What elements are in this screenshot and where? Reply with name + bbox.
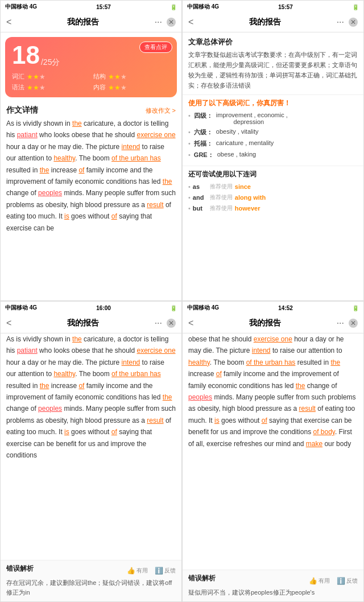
close-button-1[interactable]: ✕ — [167, 18, 176, 27]
words-0: improvement , economic , depression — [216, 112, 288, 125]
panel3-content: As is vividly shown in the caricature, a… — [1, 333, 181, 601]
time-2: 15:57 — [278, 4, 293, 10]
thumbs-up-icon-3: 👍 — [127, 567, 135, 575]
menu-dots-4[interactable]: ··· — [337, 318, 344, 328]
content-label: 内容 — [93, 83, 106, 92]
p3-peoples: peoples — [38, 405, 62, 413]
battery-1: 🔋 — [170, 4, 177, 10]
p3-the-1: the — [72, 335, 82, 343]
vocab-header: 使用了以下高级词汇，你真厉害！ — [188, 98, 358, 108]
level-1: 六级： — [194, 128, 213, 137]
error-actions-4: 👍有用 ℹ️反馈 — [309, 577, 358, 585]
p3-of2: of — [111, 428, 117, 436]
error-analysis-4: 错误解析 👍有用 ℹ️反馈 疑似用词不当，建议将peoples修正为people… — [183, 570, 363, 601]
conn-bullet-0: • — [188, 183, 191, 190]
p3-is: is — [64, 428, 69, 436]
menu-dots-1[interactable]: ··· — [155, 17, 162, 27]
edit-essay-button[interactable]: 修改作文 > — [146, 106, 176, 115]
vocab-label: 词汇 — [12, 72, 24, 81]
back-button-2[interactable]: < — [188, 17, 193, 27]
conn-suggest-1: along with — [235, 194, 266, 201]
nav-right-4: ··· ✕ — [337, 318, 358, 328]
conn-label-0: 推荐使用 — [210, 183, 233, 191]
carrier-4: 中国移动 4G — [187, 304, 219, 312]
helpful-btn-4[interactable]: 👍有用 — [309, 577, 330, 585]
nav-right-2: ··· ✕ — [337, 17, 358, 27]
nav-right-1: ··· ✕ — [155, 17, 176, 27]
p4-is: is — [214, 417, 220, 424]
score-stars-grid: 词汇 ★★★ 结构 ★★★ 语法 ★★★ 内容 ★★★ — [12, 72, 170, 92]
battery-4: 🔋 — [352, 305, 359, 311]
menu-dots-3[interactable]: ··· — [155, 318, 162, 328]
thumbs-up-icon-4: 👍 — [309, 577, 317, 585]
p4-of2: of — [262, 417, 267, 424]
back-button-3[interactable]: < — [6, 318, 11, 328]
p3-urban: of the urban has — [111, 370, 161, 378]
error-actions-3: 👍有用 ℹ️反馈 — [127, 567, 176, 575]
level-2: 托福： — [194, 139, 213, 148]
close-button-2[interactable]: ✕ — [349, 18, 358, 27]
grammar-label: 语法 — [12, 83, 24, 92]
helpful-btn-3[interactable]: 👍有用 — [127, 567, 148, 575]
highlight-the-2: the — [40, 166, 49, 174]
highlight-result: result — [147, 201, 163, 209]
check-review-button[interactable]: 查看点评 — [139, 42, 172, 53]
connector-item-1: • and 推荐使用 along with — [188, 193, 358, 201]
words-1: obesity , vitality — [216, 128, 259, 135]
vocab-item-0: • 四级： improvement , economic , depressio… — [188, 112, 358, 125]
panel-bottom-left: 中国移动 4G 16:00 🔋 < 我的报告 ··· ✕ As is vivid… — [0, 301, 182, 602]
p3-intend: intend — [122, 358, 140, 366]
time-4: 14:52 — [278, 305, 293, 311]
time-1: 15:57 — [96, 4, 111, 10]
p4-healthy: healthy — [188, 358, 210, 366]
vocab-stars: ★★★ — [27, 73, 46, 81]
vocab-item-1: • 六级： obesity , vitality — [188, 128, 358, 137]
p4-urban: of the urban has — [246, 358, 296, 366]
menu-dots-2[interactable]: ··· — [337, 17, 344, 27]
feedback-btn-3[interactable]: ℹ️反馈 — [155, 567, 176, 575]
connector-item-0: • as 推荐使用 since — [188, 183, 358, 191]
feedback-btn-4[interactable]: ℹ️反馈 — [337, 577, 358, 585]
conn-word-0: as — [193, 183, 208, 190]
p3-of: of — [78, 382, 84, 390]
highlight-of2: of — [111, 212, 117, 220]
bullet-0: • — [188, 112, 191, 119]
p4-of: of — [216, 370, 222, 378]
score-total: /25分 — [41, 57, 60, 67]
carrier-3: 中国移动 4G — [5, 304, 37, 312]
structure-label: 结构 — [93, 72, 106, 81]
connector-header: 还可尝试使用以下连词 — [188, 170, 358, 179]
highlight-the-3: the — [163, 178, 172, 185]
nav-bar-4: < 我的报告 ··· ✕ — [183, 313, 363, 333]
nav-title-4: 我的报告 — [249, 318, 281, 328]
highlight-urban: of the urban has — [111, 154, 161, 162]
nav-right-3: ··· ✕ — [155, 318, 176, 328]
conn-bullet-1: • — [188, 194, 191, 201]
conn-word-1: and — [193, 194, 208, 201]
p4-intend: intend — [252, 347, 271, 354]
p3-patiant: patiant — [17, 347, 38, 354]
score-grammar: 语法 ★★★ — [12, 83, 89, 92]
close-button-3[interactable]: ✕ — [167, 319, 176, 328]
error-analysis-3: 错误解析 👍有用 ℹ️反馈 存在冠词冗余，建议删除冠词the；疑似介词错误，建议… — [1, 560, 181, 601]
content-stars: ★★★ — [108, 84, 127, 92]
bullet-1: • — [188, 129, 191, 135]
score-section: 查看点评 18/25分 词汇 ★★★ 结构 ★★★ 语法 ★★★ — [5, 37, 177, 97]
back-button-4[interactable]: < — [188, 318, 193, 328]
highlight-patiant: patiant — [17, 131, 38, 139]
level-0: 四级： — [194, 112, 213, 120]
panel4-content: obese that he should exercise one hour a… — [183, 333, 363, 601]
score-number: 18 — [12, 41, 40, 69]
essay-header: 作文详情 修改作文 > — [1, 102, 181, 118]
p4-of-body: of body — [313, 428, 334, 436]
level-3: GRE： — [194, 151, 214, 159]
panel-bottom-right: 中国移动 4G 14:52 🔋 < 我的报告 ··· ✕ obese that … — [182, 301, 364, 602]
back-button-1[interactable]: < — [6, 17, 11, 27]
highlight-exercise-one: exercise one — [137, 131, 176, 139]
essay-section-title: 作文详情 — [6, 105, 38, 116]
conn-suggest-0: since — [235, 183, 251, 190]
battery-3: 🔋 — [170, 305, 177, 311]
close-button-4[interactable]: ✕ — [349, 319, 358, 328]
panel-top-right: 中国移动 4G 15:57 🔋 < 我的报告 ··· ✕ 文章总体评价 文章字数… — [182, 0, 364, 301]
battery-2: 🔋 — [352, 4, 359, 10]
